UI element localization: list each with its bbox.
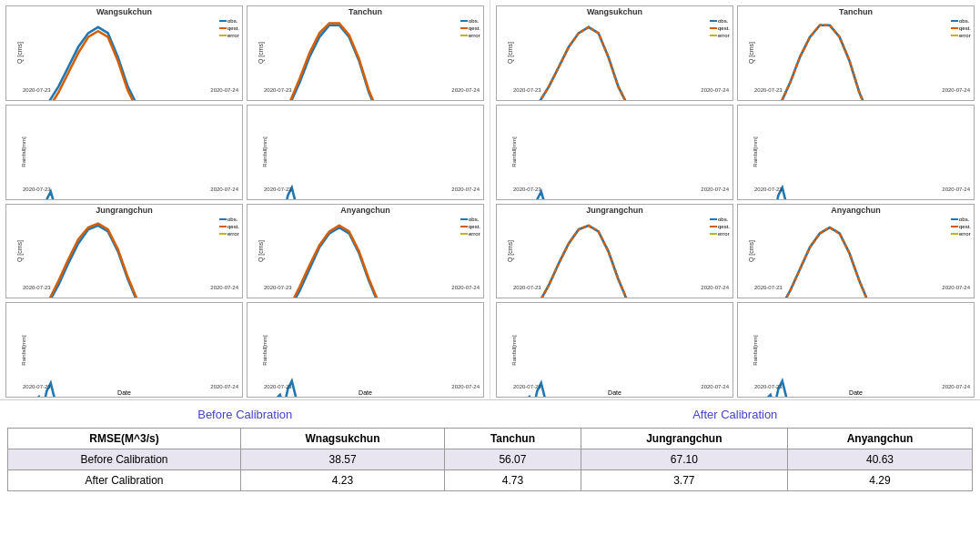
xaxis-left-5: 2020-07-23 [23,285,51,290]
jungrang-title-r: Jungrangchun [497,206,732,215]
rmse-table-section: RMSE(M^3/s) Wnagsukchun Tanchun Jungrang… [0,428,980,545]
row-after-label: After Calibration [8,470,241,491]
xaxis-left-r5: 2020-07-23 [513,285,541,290]
chart-anyang-rain-after: Rainfall[mm] 2020-07-23 2020-07-24 Date [737,302,975,398]
date-label-2: Date [359,389,372,396]
col-header-anyang: Anyangchun [787,429,972,449]
chart-wangsukchun-q-after: Wangsukchun Q [cms] obs. qest. error 202… [496,5,733,101]
wangsukchun-title: Wangsukchun [6,7,242,16]
charts-right: Wangsukchun Q [cms] obs. qest. error 202… [490,0,980,399]
xaxis-right-7: 2020-07-24 [210,384,238,389]
row-after-jungrang: 3.77 [581,470,787,491]
xaxis-left-r4: 2020-07-23 [754,187,783,192]
main-container: Wangsukchun Q [cms] obs. qest. error [0,0,980,545]
charts-left: Wangsukchun Q [cms] obs. qest. error [0,0,490,399]
tanchun-legend: obs. qest. error [460,17,480,39]
xaxis-right-8: 2020-07-24 [451,384,480,389]
xaxis-left-r1: 2020-07-23 [513,87,541,93]
chart-row-1-right: Wangsukchun Q [cms] obs. qest. error 202… [494,4,976,103]
xaxis-left-r7: 2020-07-23 [513,384,541,389]
jungrang-legend-r: obs. qest. error [710,216,730,237]
wangsukchun-legend-r: obs. qest. error [710,17,730,39]
anyang-legend: obs. qest. error [460,216,480,237]
xaxis-left-6: 2020-07-23 [264,285,292,290]
xaxis-right-4: 2020-07-24 [451,187,480,192]
anyang-title-r: Anyangchun [738,206,974,215]
tanchun-legend-r: obs. qest. error [951,17,971,39]
before-calibration-label: Before Calibration [0,404,490,425]
row-before-wangsuk: 38.57 [240,449,444,470]
xaxis-right-r7: 2020-07-24 [701,384,729,389]
xaxis-left-r3: 2020-07-23 [513,187,541,192]
xaxis-left-r6: 2020-07-23 [754,285,783,290]
wangsukchun-title-r: Wangsukchun [497,7,732,16]
xaxis-left-8: 2020-07-23 [264,384,292,389]
row-after-anyang: 4.29 [787,470,972,491]
xaxis-right-2: 2020-07-24 [451,87,480,93]
rmse-table: RMSE(M^3/s) Wnagsukchun Tanchun Jungrang… [7,428,973,491]
chart-jungrang-rain-after: Rainfall[mm] 2020-07-23 2020-07-24 Date [496,302,733,398]
charts-area: Wangsukchun Q [cms] obs. qest. error [0,0,980,400]
date-label-r1: Date [608,389,621,396]
row-after-tanchun: 4.73 [445,470,581,491]
calibration-labels: Before Calibration After Calibration [0,400,980,428]
table-row-before: Before Calibration 38.57 56.07 67.10 40.… [8,449,973,470]
date-label-1: Date [117,389,131,396]
row-before-label: Before Calibration [8,449,241,470]
xaxis-right-r5: 2020-07-24 [701,285,729,290]
xaxis-right-r1: 2020-07-24 [701,87,729,93]
xaxis-right-r8: 2020-07-24 [942,384,970,389]
after-calibration-label: After Calibration [490,404,981,425]
chart-row-1-left: Wangsukchun Q [cms] obs. qest. error [4,4,486,103]
col-header-jungrang: Jungrangchun [581,429,787,449]
xaxis-left-3: 2020-07-23 [23,187,51,192]
jungrang-title: Jungrangchun [6,206,242,215]
xaxis-right-6: 2020-07-24 [451,285,480,290]
chart-tanchun-rain-before: Rainfall[mm] 2020-07-23 2020-07-24 [247,105,484,200]
xaxis-left-r2: 2020-07-23 [754,87,783,93]
row-before-jungrang: 67.10 [581,449,787,470]
row-before-anyang: 40.63 [787,449,972,470]
anyang-title: Anyangchun [248,206,483,215]
chart-row-3-left: Jungrangchun Q [cms] obs. qest. error 20… [4,202,486,301]
col-header-wangsuk: Wnagsukchun [240,429,444,449]
wangsukchun-legend: obs. qest. error [219,17,239,39]
xaxis-right-3: 2020-07-24 [210,187,238,192]
xaxis-right-r4: 2020-07-24 [942,187,970,192]
chart-jungrang-q-before: Jungrangchun Q [cms] obs. qest. error 20… [5,204,243,299]
tanchun-title: Tanchun [248,7,483,16]
xaxis-left-2: 2020-07-23 [264,87,292,93]
chart-row-2-left: Rainfall[mm] 2020-07-23 2020-07-24 Rainf… [4,103,486,202]
chart-jungrang-q-after: Jungrangchun Q [cms] obs. qest. error 20… [496,204,733,299]
row-after-wangsuk: 4.23 [240,470,444,491]
xaxis-left-1: 2020-07-23 [23,87,51,93]
chart-anyang-q-before: Anyangchun Q [cms] obs. qest. error 2020… [247,204,484,299]
table-header-row: RMSE(M^3/s) Wnagsukchun Tanchun Jungrang… [8,429,973,449]
chart-row-2-right: Rainfall[mm] 2020-07-23 2020-07-24 Rainf… [494,103,976,202]
chart-wangsukchun-q-before: Wangsukchun Q [cms] obs. qest. error [5,5,243,101]
xaxis-right-1: 2020-07-24 [210,87,238,93]
chart-tanchun-q-after: Tanchun Q [cms] obs. qest. error 2020-07… [737,5,975,101]
chart-tanchun-rain-after: Rainfall[mm] 2020-07-23 2020-07-24 [737,105,975,200]
col-header-rmse: RMSE(M^3/s) [8,429,241,449]
xaxis-right-r3: 2020-07-24 [701,187,729,192]
jungrang-legend: obs. qest. error [219,216,239,237]
chart-anyang-q-after: Anyangchun Q [cms] obs. qest. error 2020… [737,204,975,299]
chart-row-4-right: Rainfall[mm] 2020-07-23 2020-07-24 Date … [494,300,976,399]
chart-tanchun-q-before: Tanchun Q [cms] obs. qest. error 2020-07… [247,5,484,101]
anyang-legend-r: obs. qest. error [951,216,971,237]
xaxis-right-5: 2020-07-24 [210,285,238,290]
row-before-tanchun: 56.07 [445,449,581,470]
xaxis-left-r8: 2020-07-23 [754,384,783,389]
table-row-after: After Calibration 4.23 4.73 3.77 4.29 [8,470,973,491]
chart-wangsukchun-rain-before: Rainfall[mm] 2020-07-23 2020-07-24 [5,105,243,200]
xaxis-right-r6: 2020-07-24 [942,285,970,290]
xaxis-left-7: 2020-07-23 [23,384,51,389]
chart-anyang-rain-before: Rainfall[mm] 2020-07-23 2020-07-24 Date [247,302,484,398]
xaxis-left-4: 2020-07-23 [264,187,292,192]
chart-row-4-left: Rainfall[mm] 2020-07-23 2020-07-24 Date … [4,300,486,399]
chart-jungrang-rain-before: Rainfall[mm] 2020-07-23 2020-07-24 Date [5,302,243,398]
chart-row-3-right: Jungrangchun Q [cms] obs. qest. error 20… [494,202,976,301]
chart-wangsukchun-rain-after: Rainfall[mm] 2020-07-23 2020-07-24 [496,105,733,200]
tanchun-title-r: Tanchun [738,7,974,16]
